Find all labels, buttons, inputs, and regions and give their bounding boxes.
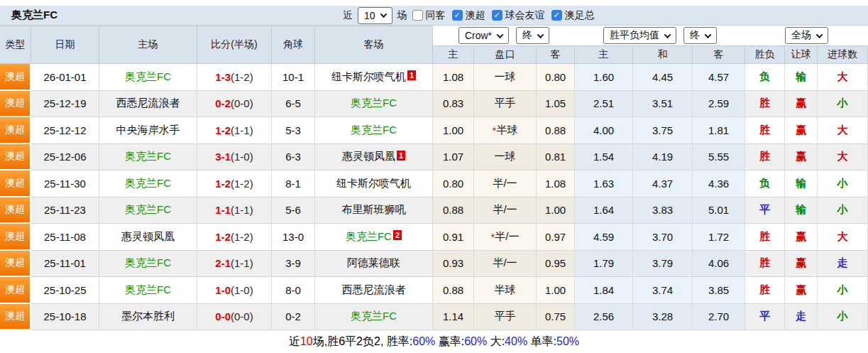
filter-checked[interactable]: ✓澳足总 <box>551 9 595 22</box>
cell-corners: 0-2 <box>272 304 315 331</box>
cell-avg-home: 4.00 <box>575 117 633 144</box>
filter-checked[interactable]: ✓球会友谊 <box>492 9 545 22</box>
cell-date: 25-11-01 <box>31 251 99 278</box>
cell-odds-home: 0.93 <box>433 251 474 278</box>
half-time-score: (0-0) <box>231 310 253 322</box>
col-header-odds-away: 客 <box>537 45 575 64</box>
checkbox-unchecked-icon[interactable] <box>412 10 423 21</box>
cell-avg-home: 1.64 <box>575 197 633 224</box>
cell-avg-away: 4.06 <box>693 251 745 278</box>
avg-odds-select[interactable]: 胜平负均值 <box>603 27 676 44</box>
team-name: 西悉尼流浪者 <box>116 97 180 110</box>
half-time-score: (1-2) <box>231 178 253 190</box>
odds-company-select[interactable]: Crow* <box>458 27 509 44</box>
summary-segment: 大: <box>487 335 505 349</box>
full-time-score: 1-0 <box>215 284 231 296</box>
cell-handicap: 平手 <box>474 91 537 118</box>
chevron-down-icon <box>705 31 712 38</box>
focus-team-name: 奥克兰FC <box>351 310 397 323</box>
near-label: 近 <box>343 9 353 22</box>
odds-time-select[interactable]: 终 <box>516 27 549 44</box>
cell-odds-home: 1.00 <box>433 117 474 144</box>
cell-league-type: 澳超 <box>0 251 31 278</box>
cell-odds-home: 1.14 <box>433 304 474 331</box>
cell-score: 1-1(1-1) <box>197 197 272 224</box>
checkbox-checked-icon[interactable]: ✓ <box>492 10 502 21</box>
team-name: 阿德莱德联 <box>347 256 400 270</box>
cell-home-team: 奥克兰FC <box>99 251 197 278</box>
chevron-down-icon <box>537 31 544 38</box>
games-count-select[interactable]: 10 <box>358 7 392 24</box>
checkbox-checked-icon[interactable]: ✓ <box>551 10 562 21</box>
cell-handicap: *半球 <box>474 117 537 144</box>
cell-odds-home: 0.88 <box>433 197 474 224</box>
full-time-score: 1-2 <box>215 231 231 243</box>
cell-avg-draw: 3.75 <box>633 117 693 144</box>
handicap-change-star: * <box>493 124 497 136</box>
cell-handicap-result: 赢 <box>785 144 818 171</box>
cell-result: 胜 <box>745 251 785 278</box>
cell-score: 0-0(0-0) <box>197 304 272 331</box>
cell-goals-result: 大 <box>818 64 868 91</box>
cell-avg-home: 2.51 <box>575 91 633 118</box>
cell-home-team: 奥克兰FC <box>99 277 197 304</box>
cell-result: 胜 <box>745 117 785 144</box>
cell-corners: 5-6 <box>272 197 315 224</box>
handicap-change-star: * <box>490 231 495 243</box>
cell-handicap: *半/一 <box>474 224 537 251</box>
cell-league-type: 澳超 <box>0 224 31 251</box>
cell-handicap: 一球 <box>474 144 537 171</box>
team-name: 纽卡斯尔喷气机 <box>336 177 411 190</box>
cell-date: 25-12-19 <box>31 91 99 118</box>
cell-avg-home: 1.54 <box>575 144 633 171</box>
page-title: 奥克兰FC <box>0 9 57 22</box>
cell-odds-away: 1.05 <box>537 91 575 118</box>
cell-corners: 6-3 <box>272 144 315 171</box>
cell-avg-home: 1.79 <box>575 251 633 278</box>
cell-odds-away: 0.95 <box>537 251 575 278</box>
cell-result: 负 <box>745 64 785 91</box>
cell-odds-away: 0.88 <box>537 117 575 144</box>
cell-avg-draw: 3.70 <box>633 224 693 251</box>
chevron-down-icon <box>816 31 823 38</box>
cell-goals-result: 大 <box>818 117 868 144</box>
cell-league-type: 澳超 <box>0 197 31 224</box>
cell-avg-home: 2.56 <box>575 304 633 331</box>
summary-segment: 单率: <box>527 335 556 349</box>
cell-handicap: 半/一 <box>474 197 537 224</box>
cell-away-team: 西悉尼流浪者 <box>315 277 433 304</box>
cell-away-team: 纽卡斯尔喷气机1 <box>315 64 433 91</box>
avg-time-select[interactable]: 终 <box>683 27 717 44</box>
scope-select[interactable]: 全场 <box>785 27 828 44</box>
col-header-avg-home: 主 <box>575 45 633 64</box>
scope-controls: 全场 <box>745 26 868 45</box>
rank-badge: 1 <box>407 70 416 80</box>
topbar: 奥克兰FC 近 10 场 同客✓澳超✓球会友谊✓澳足总 <box>0 6 868 26</box>
filter-checked[interactable]: ✓澳超 <box>452 9 485 22</box>
full-time-score: 2-1 <box>215 257 231 269</box>
col-header-date: 日期 <box>31 26 99 64</box>
cell-odds-away: 0.80 <box>537 64 575 91</box>
odds-time-value: 终 <box>522 29 532 42</box>
half-time-score: (1-2) <box>231 71 253 83</box>
cell-date: 25-11-08 <box>31 224 99 251</box>
games-count-value: 10 <box>364 10 375 21</box>
cell-odds-away: 1.00 <box>537 277 575 304</box>
cell-handicap-result: 输 <box>785 170 818 197</box>
cell-avg-draw: 3.28 <box>633 304 693 331</box>
summary-segment: 近 <box>289 335 300 349</box>
cell-away-team: 纽卡斯尔喷气机 <box>315 170 433 197</box>
summary-segment: 场,胜6平2负2, 胜率: <box>313 335 412 349</box>
cell-corners: 3-9 <box>272 251 315 278</box>
cell-league-type: 澳超 <box>0 144 31 171</box>
filter-unchecked[interactable]: 同客 <box>412 9 446 22</box>
cell-result: 胜 <box>745 144 785 171</box>
rank-badge: 1 <box>397 151 405 161</box>
full-time-score: 3-1 <box>215 151 231 163</box>
checkbox-checked-icon[interactable]: ✓ <box>452 10 463 21</box>
cell-avg-away: 4.57 <box>693 64 745 91</box>
cell-odds-home: 1.07 <box>433 144 474 171</box>
cell-avg-draw: 3.74 <box>633 277 693 304</box>
scope-value: 全场 <box>791 29 811 42</box>
col-header-score: 比分(半场) <box>197 26 272 64</box>
